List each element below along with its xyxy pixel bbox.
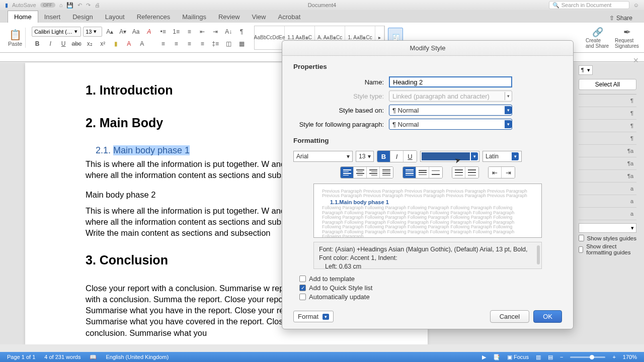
- multilevel-icon[interactable]: ≡: [184, 26, 195, 37]
- macro-icon[interactable]: ▶: [482, 354, 486, 360]
- align-left-button[interactable]: [341, 167, 354, 178]
- spellcheck-icon[interactable]: 📖: [90, 354, 97, 360]
- format-color-select[interactable]: ▾: [420, 151, 479, 162]
- align-right-button[interactable]: [367, 167, 380, 178]
- spacing-1-button[interactable]: [403, 167, 416, 178]
- close-pane-icon[interactable]: ✕: [633, 56, 639, 64]
- show-style-guides-checkbox[interactable]: Show styles guides: [579, 235, 636, 241]
- redo-icon[interactable]: ↷: [86, 2, 91, 9]
- grow-font-icon[interactable]: A▴: [104, 26, 115, 37]
- font-family-select[interactable]: Calibri Light (…▾: [32, 27, 81, 37]
- underline-button[interactable]: U: [58, 38, 69, 49]
- view-icon[interactable]: 📑: [493, 354, 500, 360]
- print-icon[interactable]: 🖨: [95, 2, 100, 8]
- select-all-button[interactable]: Select All: [579, 79, 636, 90]
- style-name-input[interactable]: [389, 76, 512, 87]
- zoom-out-icon[interactable]: −: [560, 354, 563, 360]
- font-size-select[interactable]: 13▾: [83, 27, 102, 37]
- borders-icon[interactable]: ▦: [236, 38, 247, 49]
- format-underline-button[interactable]: U: [404, 151, 417, 162]
- save-icon[interactable]: 💾: [66, 2, 73, 9]
- superscript-icon[interactable]: x²: [97, 38, 108, 49]
- indent-inc-icon[interactable]: ⇥: [210, 26, 221, 37]
- clear-format-icon[interactable]: A: [143, 26, 154, 37]
- line-spacing-icon[interactable]: ‡≡: [210, 38, 221, 49]
- align-left-icon[interactable]: ≡: [157, 38, 169, 49]
- spacing-2-button[interactable]: [429, 167, 442, 178]
- tab-references[interactable]: References: [131, 11, 176, 23]
- cancel-button[interactable]: Cancel: [490, 310, 529, 323]
- add-to-quick-style-checkbox[interactable]: ✓Add to Quick Style list: [299, 284, 556, 292]
- print-layout-icon[interactable]: ▥: [536, 354, 541, 360]
- list-item[interactable]: ¶a: [579, 170, 636, 183]
- bullets-icon[interactable]: •≡: [157, 26, 169, 37]
- tab-design[interactable]: Design: [66, 11, 99, 23]
- zoom-in-icon[interactable]: +: [612, 354, 615, 360]
- paste-button[interactable]: 📋 Paste: [5, 28, 26, 48]
- change-case-icon[interactable]: Aa: [130, 26, 141, 37]
- show-direct-formatting-checkbox[interactable]: Show direct formatting guides: [579, 243, 636, 255]
- page-count[interactable]: Page 1 of 1: [7, 354, 35, 360]
- numbering-icon[interactable]: 1≡: [171, 26, 182, 37]
- search-input[interactable]: 🔍Search in Document: [549, 1, 629, 9]
- format-italic-button[interactable]: I: [390, 151, 404, 162]
- bold-button[interactable]: B: [32, 38, 43, 49]
- strike-button[interactable]: abc: [71, 38, 82, 49]
- shading-icon[interactable]: A: [136, 38, 147, 49]
- italic-button[interactable]: I: [45, 38, 56, 49]
- sort-icon[interactable]: A↓: [223, 26, 234, 37]
- list-item[interactable]: a: [579, 183, 636, 195]
- current-style-select[interactable]: ¶▾: [579, 65, 593, 75]
- shrink-font-icon[interactable]: A▾: [117, 26, 128, 37]
- tab-mailings[interactable]: Mailings: [176, 11, 212, 23]
- web-layout-icon[interactable]: ▤: [548, 354, 553, 360]
- shading-fill-icon[interactable]: ◫: [223, 38, 234, 49]
- language-status[interactable]: English (United Kingdom): [106, 354, 169, 360]
- spacing-15-button[interactable]: [416, 167, 429, 178]
- based-on-select[interactable]: ¶ Normal▾: [389, 105, 512, 116]
- format-menu-button[interactable]: Format▾: [293, 311, 334, 322]
- align-justify-button[interactable]: [380, 167, 393, 178]
- create-share-pdf-button[interactable]: 🔗Create and Share: [586, 27, 610, 49]
- align-center-button[interactable]: [354, 167, 367, 178]
- list-item[interactable]: ¶: [579, 107, 636, 120]
- tab-view[interactable]: View: [246, 11, 272, 23]
- font-color-icon[interactable]: A: [123, 38, 134, 49]
- align-right-icon[interactable]: ≡: [184, 38, 195, 49]
- list-item[interactable]: ¶a: [579, 145, 636, 157]
- list-filter-select[interactable]: ▾: [579, 223, 636, 233]
- format-font-select[interactable]: Arial▾: [293, 151, 353, 162]
- space-before-button[interactable]: [452, 167, 465, 178]
- list-item[interactable]: a: [579, 208, 636, 220]
- auto-update-checkbox[interactable]: Automatically update: [299, 293, 556, 301]
- list-item[interactable]: a: [579, 195, 636, 208]
- following-select[interactable]: ¶ Normal▾: [389, 119, 512, 130]
- format-bold-button[interactable]: B: [377, 151, 390, 162]
- zoom-level[interactable]: 170%: [623, 354, 637, 360]
- undo-icon[interactable]: ↶: [77, 2, 82, 9]
- style-normal[interactable]: AaBbCcDdEe: [255, 26, 285, 49]
- format-size-select[interactable]: 13▾: [356, 151, 374, 162]
- ok-button[interactable]: OK: [533, 310, 562, 323]
- space-after-button[interactable]: [465, 167, 478, 178]
- tab-layout[interactable]: Layout: [99, 11, 131, 23]
- format-script-select[interactable]: Latin▾: [482, 151, 522, 162]
- tab-review[interactable]: Review: [212, 11, 246, 23]
- request-signatures-button[interactable]: ✒Request Signatures: [615, 27, 639, 49]
- subscript-icon[interactable]: x₂: [84, 38, 95, 49]
- tab-home[interactable]: Home: [8, 11, 38, 23]
- highlight-icon[interactable]: ▮: [110, 38, 121, 49]
- user-icon[interactable]: ☺: [633, 2, 639, 8]
- list-item[interactable]: ¶a: [579, 157, 636, 170]
- home-icon[interactable]: ⌂: [59, 2, 63, 8]
- tab-insert[interactable]: Insert: [38, 11, 67, 23]
- add-to-template-checkbox[interactable]: Add to template: [299, 275, 556, 283]
- autosave-toggle[interactable]: OFF: [40, 3, 55, 8]
- desc-scrollbar[interactable]: [537, 245, 540, 264]
- list-item[interactable]: ¶: [579, 95, 636, 107]
- tab-acrobat[interactable]: Acrobat: [272, 11, 306, 23]
- indent-dec-icon[interactable]: ⇤: [197, 26, 208, 37]
- share-button[interactable]: ⇧Share: [605, 14, 636, 23]
- word-count[interactable]: 4 of 231 words: [44, 354, 80, 360]
- align-justify-icon[interactable]: ≡: [197, 38, 208, 49]
